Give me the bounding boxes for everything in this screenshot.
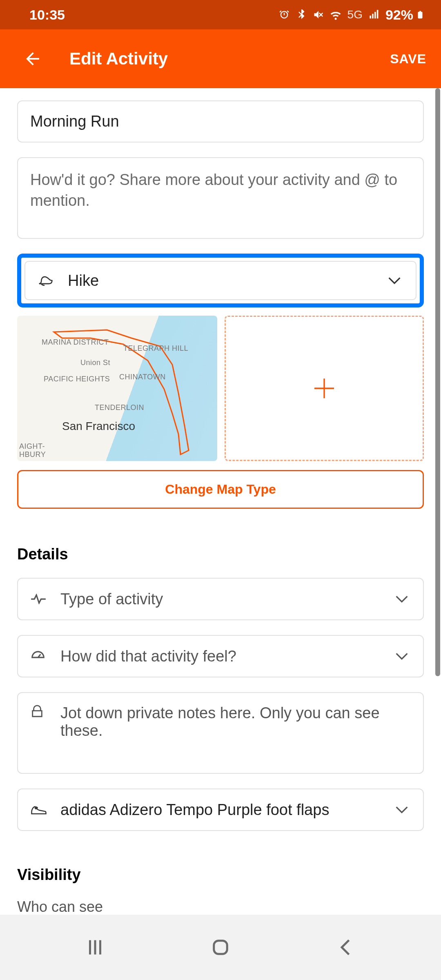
private-notes-input[interactable]: Jot down private notes here. Only you ca… [17, 692, 424, 774]
details-heading: Details [17, 546, 424, 563]
wifi-icon [330, 9, 342, 21]
type-of-activity-selector[interactable]: Type of activity [17, 578, 424, 620]
gear-selector[interactable]: adidas Adizero Tempo Purple foot flaps [17, 788, 424, 831]
shoe-icon [30, 804, 51, 816]
content-scroll[interactable]: Morning Run How'd it go? Share more abou… [0, 88, 441, 915]
signal-icon [368, 9, 381, 21]
type-of-activity-label: Type of activity [60, 590, 393, 608]
activity-name-input[interactable]: Morning Run [17, 100, 424, 143]
add-media-button[interactable] [225, 316, 424, 461]
route-path-icon [17, 316, 217, 461]
nav-back-button[interactable] [327, 929, 364, 966]
chevron-down-icon [393, 590, 411, 608]
network-label: 5G [347, 8, 363, 21]
media-row: MARINA DISTRICT TELEGRAPH HILL Union St … [17, 316, 424, 461]
activity-type-highlight: Hike [17, 254, 424, 307]
battery-indicator: 92% [385, 7, 425, 23]
hike-icon [38, 274, 58, 287]
app-bar: Edit Activity SAVE [0, 29, 441, 88]
lock-icon [30, 704, 51, 718]
perceived-exertion-selector[interactable]: How did that activity feel? [17, 635, 424, 677]
gauge-icon [30, 648, 51, 664]
map-thumbnail[interactable]: MARINA DISTRICT TELEGRAPH HILL Union St … [17, 316, 217, 461]
back-icon [336, 937, 356, 958]
gear-label: adidas Adizero Tempo Purple foot flaps [60, 801, 393, 819]
map-city-label: San Francisco [62, 420, 135, 433]
nav-recents-button[interactable] [77, 929, 114, 966]
back-button[interactable] [20, 47, 45, 71]
svg-rect-0 [214, 941, 227, 954]
nav-home-button[interactable] [202, 929, 239, 966]
status-bar: 10:35 5G 92% [0, 0, 441, 29]
alarm-icon [278, 9, 290, 21]
status-icons: 5G 92% [278, 7, 425, 23]
activity-description-input[interactable]: How'd it go? Share more about your activ… [17, 157, 424, 239]
arrow-left-icon [23, 49, 42, 69]
page-title: Edit Activity [69, 49, 390, 69]
change-map-type-button[interactable]: Change Map Type [17, 470, 424, 509]
system-nav-bar [0, 915, 441, 980]
feel-label: How did that activity feel? [60, 648, 393, 665]
visibility-heading: Visibility [17, 866, 424, 884]
mute-icon [312, 9, 325, 21]
battery-icon [416, 8, 425, 22]
recents-icon [85, 937, 105, 958]
home-icon [210, 937, 231, 958]
activity-type-label: Hike [68, 272, 385, 290]
battery-percent: 92% [385, 7, 413, 23]
private-notes-placeholder: Jot down private notes here. Only you ca… [60, 704, 411, 739]
scrollbar[interactable] [435, 88, 440, 676]
plus-icon [311, 375, 337, 401]
activity-pulse-icon [30, 594, 51, 604]
chevron-down-icon [393, 647, 411, 665]
status-time: 10:35 [29, 7, 65, 23]
save-button[interactable]: SAVE [390, 51, 426, 67]
visibility-who-label: Who can see [17, 898, 424, 915]
chevron-down-icon [393, 801, 411, 819]
bluetooth-icon [295, 9, 307, 21]
chevron-down-icon [385, 272, 403, 290]
activity-type-selector[interactable]: Hike [24, 261, 416, 300]
